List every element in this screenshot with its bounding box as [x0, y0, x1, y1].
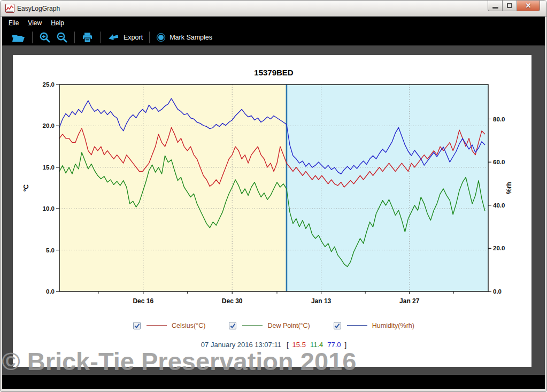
status-datetime: 07 January 2016 13:07:11	[201, 341, 281, 349]
toolbar: Export Mark Samples	[2, 29, 545, 45]
toolbar-separator	[100, 32, 101, 43]
chart-legend: Celsius(°C) Dew Point(°C)	[59, 320, 488, 332]
mark-samples-label: Mark Samples	[170, 34, 212, 41]
chart-panel: 0.05.010.015.020.025.00.020.040.060.080.…	[13, 55, 531, 367]
status-value: 77.0	[327, 341, 341, 349]
printer-icon	[81, 32, 94, 43]
client-area: File View Help	[2, 17, 545, 389]
print-button[interactable]	[79, 30, 96, 44]
svg-text:20.0: 20.0	[493, 245, 505, 251]
chart-frame: 0.05.010.015.020.025.00.020.040.060.080.…	[2, 45, 545, 375]
svg-text:40.0: 40.0	[493, 202, 505, 209]
svg-text:15379BED: 15379BED	[254, 68, 294, 77]
svg-text:20.0: 20.0	[43, 122, 55, 129]
svg-text:80.0: 80.0	[493, 116, 505, 122]
svg-text:Dec 30: Dec 30	[222, 297, 243, 305]
legend-item: Humidity(%rh)	[334, 322, 414, 329]
close-button[interactable]: ✕	[517, 1, 540, 11]
legend-swatch	[242, 325, 263, 326]
svg-text:Jan 27: Jan 27	[399, 297, 420, 305]
toolbar-separator	[149, 32, 150, 43]
export-button[interactable]: Export	[104, 32, 145, 43]
app-logo-graph-icon	[6, 4, 14, 12]
magnifier-plus-icon	[39, 32, 51, 43]
svg-text:Jan 13: Jan 13	[311, 297, 332, 305]
zoom-in-button[interactable]	[36, 30, 53, 44]
menu-item-view[interactable]: View	[28, 19, 42, 27]
svg-text:5.0: 5.0	[46, 247, 55, 253]
open-file-button[interactable]	[9, 31, 28, 44]
mark-samples-button[interactable]: Mark Samples	[153, 32, 215, 43]
menu-item-file[interactable]: File	[9, 19, 19, 27]
menu-item-help[interactable]: Help	[51, 19, 64, 27]
legend-label: Celsius(°C)	[172, 322, 205, 329]
svg-text:0.0: 0.0	[46, 288, 55, 295]
legend-checkbox[interactable]	[133, 322, 141, 329]
svg-text:60.0: 60.0	[493, 159, 505, 165]
status-value: 15.5	[292, 341, 306, 349]
folder-icon	[11, 32, 26, 43]
status-value: 11.4	[310, 341, 323, 349]
legend-label: Humidity(%rh)	[372, 322, 414, 329]
checkmark-icon	[230, 323, 236, 329]
app-icon	[5, 4, 14, 13]
magnifier-minus-icon	[56, 32, 68, 43]
legend-item: Dew Point(°C)	[229, 322, 310, 329]
svg-text:%rh: %rh	[505, 182, 513, 194]
svg-text:°C: °C	[22, 184, 30, 191]
legend-label: Dew Point(°C)	[267, 322, 310, 329]
checkmark-icon	[134, 323, 140, 329]
export-arrow-icon	[107, 33, 120, 42]
toolbar-separator	[32, 32, 33, 43]
titlebar[interactable]: EasyLogGraph ✕	[1, 1, 546, 17]
maximize-icon	[507, 3, 512, 8]
menu-bar: File View Help	[2, 17, 545, 29]
legend-swatch	[347, 325, 367, 326]
sample-dot-icon	[156, 33, 166, 42]
svg-text:10.0: 10.0	[43, 205, 55, 212]
window-controls: ✕	[488, 1, 540, 11]
svg-text:Dec 16: Dec 16	[133, 297, 153, 305]
window-title: EasyLogGraph	[17, 5, 60, 12]
toolbar-separator	[74, 32, 75, 43]
maximize-button[interactable]	[503, 1, 517, 11]
svg-text:0.0: 0.0	[493, 288, 502, 295]
minimize-button[interactable]	[488, 1, 503, 11]
legend-item: Celsius(°C)	[133, 322, 205, 329]
legend-checkbox[interactable]	[334, 322, 341, 329]
legend-swatch	[147, 325, 167, 326]
minimize-icon	[492, 7, 498, 9]
legend-checkbox[interactable]	[229, 322, 236, 329]
export-label: Export	[124, 34, 143, 41]
zoom-out-button[interactable]	[53, 30, 71, 44]
status-bracket-open: [	[287, 341, 289, 349]
status-bracket-close: ]	[345, 341, 347, 349]
svg-text:15.0: 15.0	[43, 164, 55, 171]
svg-text:25.0: 25.0	[43, 81, 55, 88]
status-readout: 07 January 2016 13:07:11[15.511.477.0]	[59, 341, 488, 349]
checkmark-icon	[334, 323, 340, 329]
app-window: EasyLogGraph ✕ File View Help	[0, 0, 547, 392]
